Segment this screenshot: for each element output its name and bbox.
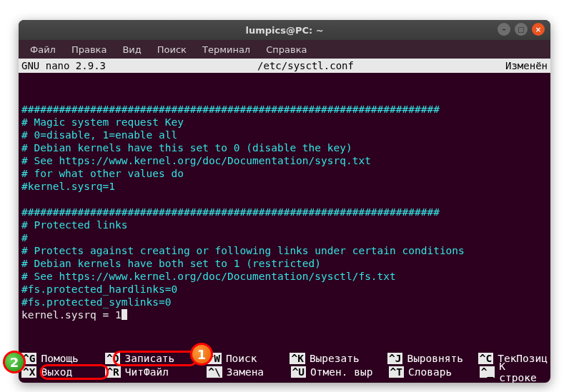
shortcut-goto[interactable]: ^_К строке (480, 365, 548, 378)
shortcut-replace[interactable]: ^\Замена (207, 365, 290, 378)
editor-line: # 0=disable, 1=enable all (21, 129, 177, 141)
shortcut-justify[interactable]: ^JВыровнять (387, 351, 478, 365)
terminal-window: lumpics@PC: ~ – □ × Файл Правка Вид Поис… (19, 20, 550, 383)
shortcut-row: ^XВыход ^RЧитФайл ^\Замена ^UОтмен. выр … (21, 365, 548, 378)
shortcut-spell[interactable]: ^TСловарь (389, 365, 480, 378)
nano-status-bar: GNU nano 2.9.3 /etc/sysctl.conf Изменён (19, 59, 550, 73)
editor-line: ########################################… (21, 206, 440, 218)
menu-bar: Файл Правка Вид Поиск Терминал Справка (19, 40, 550, 59)
minimize-button[interactable]: – (498, 23, 510, 36)
editor-line: # Magic system request Key (21, 116, 184, 128)
nano-shortcuts: ^GПомощь ^OЗаписать ^WПоиск ^KВырезать ^… (21, 351, 548, 378)
nano-modified-status: Изменён (505, 60, 548, 71)
menu-help[interactable]: Справка (259, 42, 314, 57)
editor-line: # Protected links (21, 219, 127, 231)
editor-line: # Protects against creating or following… (21, 245, 465, 256)
menu-edit[interactable]: Правка (64, 42, 114, 57)
shortcut-search[interactable]: ^WПоиск (206, 351, 290, 365)
editor-line: # See https://www.kernel.org/doc/Documen… (21, 155, 371, 166)
menu-terminal[interactable]: Терминал (195, 42, 257, 57)
nano-filepath: /etc/sysctl.conf (106, 60, 505, 71)
editor-line: # (21, 232, 28, 243)
menu-file[interactable]: Файл (23, 42, 63, 57)
shortcut-cut[interactable]: ^KВырезать (290, 351, 387, 365)
editor-line: ########################################… (21, 104, 440, 115)
window-controls: – □ × (498, 23, 545, 36)
nano-version: GNU nano 2.9.3 (21, 60, 106, 71)
maximize-button[interactable]: □ (515, 23, 528, 36)
menu-search[interactable]: Поиск (150, 42, 194, 57)
shortcut-exit[interactable]: ^XВыход (21, 365, 105, 378)
shortcut-read[interactable]: ^RЧитФайл (105, 365, 207, 378)
editor-line: # for what other values do (21, 168, 184, 179)
editor-line: kernel.sysrq = 1 (21, 309, 127, 321)
window-titlebar: lumpics@PC: ~ – □ × (19, 20, 550, 40)
editor-line: #fs.protected_hardlinks=0 (21, 283, 177, 295)
window-title: lumpics@PC: ~ (245, 25, 323, 36)
editor-line: #fs.protected_symlinks=0 (21, 296, 172, 308)
editor-line: # Debian kernels have both set to 1 (res… (21, 258, 321, 269)
menu-view[interactable]: Вид (115, 42, 148, 57)
text-cursor (122, 309, 127, 320)
editor-line: #kernel.sysrq=1 (21, 181, 115, 192)
shortcut-write[interactable]: ^OЗаписать (105, 351, 206, 365)
shortcut-help[interactable]: ^GПомощь (21, 351, 105, 365)
editor-line: # Debian kernels have this set to 0 (dis… (21, 142, 352, 154)
shortcut-row: ^GПомощь ^OЗаписать ^WПоиск ^KВырезать ^… (21, 351, 548, 365)
close-button[interactable]: × (532, 23, 545, 36)
editor-area[interactable]: ########################################… (19, 73, 550, 334)
shortcut-uncut[interactable]: ^UОтмен. выр (291, 365, 389, 378)
editor-line: # See https://www.kernel.org/doc/Documen… (21, 271, 396, 282)
